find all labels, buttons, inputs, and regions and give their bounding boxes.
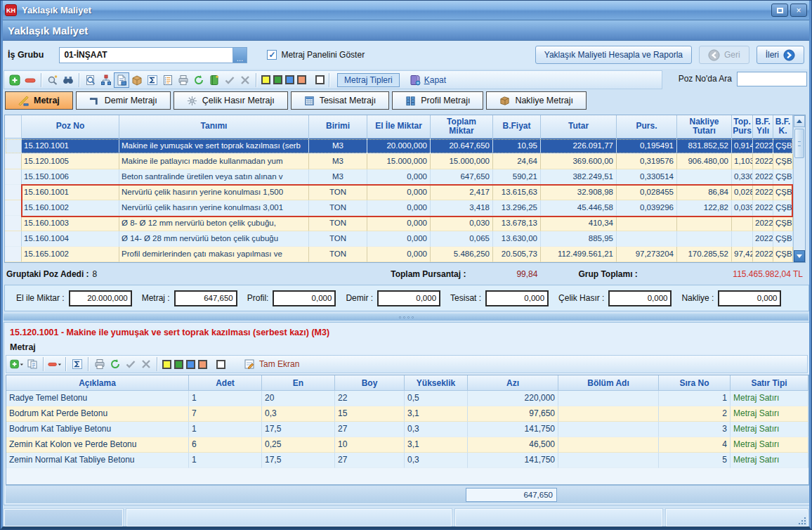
geri-button[interactable]: Geri: [699, 46, 749, 64]
vertical-scrollbar[interactable]: [793, 115, 805, 262]
tab-tesisat[interactable]: Tesisat Metrajı: [291, 91, 390, 110]
column-header[interactable]: Tanımı: [119, 115, 309, 138]
remove-button[interactable]: [47, 356, 63, 372]
add-button[interactable]: [9, 356, 25, 372]
column-header[interactable]: Yükseklik: [405, 375, 468, 391]
row-selector[interactable]: [5, 216, 22, 231]
panel-splitter[interactable]: [4, 314, 808, 321]
scroll-down-button[interactable]: [794, 250, 805, 262]
package-button[interactable]: [129, 72, 145, 88]
kapat-button[interactable]: Kapat: [410, 75, 446, 86]
blue-swatch[interactable]: [186, 360, 195, 369]
maximize-button[interactable]: [771, 4, 788, 17]
tab-demir[interactable]: Demir Metrajı: [76, 91, 171, 110]
is-grubu-combo[interactable]: 01-İNŞAAT …: [59, 47, 247, 63]
white-swatch[interactable]: [315, 75, 325, 84]
tam-ekran-button[interactable]: Tam Ekran: [244, 358, 299, 370]
row-selector[interactable]: [5, 200, 22, 216]
scroll-up-button[interactable]: [794, 115, 805, 127]
column-header[interactable]: B.F. Yılı: [753, 115, 773, 138]
column-header[interactable]: B.Fiyat: [493, 115, 541, 138]
metraj-tipleri-button[interactable]: Metraj Tipleri: [337, 73, 400, 87]
table-row[interactable]: 15.160.1003Ø 8- Ø 12 mm nervürlü beton ç…: [5, 216, 793, 231]
cancel-button[interactable]: [237, 72, 253, 88]
column-header[interactable]: Azı: [468, 375, 558, 391]
column-header[interactable]: Nakliye Tutarı: [677, 115, 732, 138]
scroll-thumb[interactable]: [794, 129, 804, 158]
table-row[interactable]: 15.120.1001Makine ile yumuşak ve sert to…: [5, 138, 793, 154]
document-button[interactable]: [114, 72, 129, 88]
tab-hasir[interactable]: Çelik Hasır Metrajı: [173, 91, 288, 110]
add-button[interactable]: [7, 72, 22, 88]
column-header[interactable]: Boy: [335, 375, 405, 391]
tab-profil[interactable]: Profil Metrajı: [392, 91, 483, 110]
table-row[interactable]: Bodrum Kat Perde Betonu70,3153,197,6502M…: [6, 406, 808, 422]
column-header[interactable]: Sıra No: [659, 375, 731, 391]
poz-search-input[interactable]: [737, 72, 807, 86]
apply-button[interactable]: [222, 72, 237, 88]
column-header[interactable]: Adet: [189, 375, 262, 391]
sum-button[interactable]: [145, 72, 160, 88]
cancel-button[interactable]: [138, 356, 154, 372]
table-row[interactable]: 15.160.1002Nervürlü çelik hasırın yerine…: [5, 200, 793, 216]
notebook-button[interactable]: [207, 72, 222, 88]
column-header[interactable]: Satır Tipi: [731, 375, 808, 391]
column-header[interactable]: Top. Purs: [732, 115, 753, 138]
table-row[interactable]: 15.160.1004Ø 14- Ø 28 mm nervürlü beton …: [5, 231, 793, 247]
column-header[interactable]: Purs.: [617, 115, 677, 138]
table-row[interactable]: Zemin Normal Kat Tabliye Betonu117,5270,…: [6, 453, 808, 468]
yellow-swatch[interactable]: [261, 75, 270, 84]
table-row[interactable]: Zemin Kat Kolon ve Perde Betonu60,25103,…: [6, 437, 808, 453]
apply-button[interactable]: [123, 356, 138, 372]
column-header[interactable]: B.F. K.: [773, 115, 793, 138]
hierarchy-button[interactable]: [98, 72, 114, 88]
row-selector[interactable]: [5, 154, 22, 169]
column-header[interactable]: Poz No: [22, 115, 119, 138]
cell: Zemin Normal Kat Tabliye Betonu: [6, 453, 189, 468]
copy-button[interactable]: [25, 356, 40, 372]
column-header[interactable]: Toplam Miktar: [431, 115, 493, 138]
row-selector[interactable]: [5, 138, 22, 154]
tab-metraj[interactable]: Metraj: [5, 91, 73, 110]
column-header[interactable]: Tutar: [541, 115, 617, 138]
print-button[interactable]: [92, 356, 107, 372]
green-swatch[interactable]: [273, 75, 282, 84]
row-selector[interactable]: [5, 185, 22, 200]
remove-button[interactable]: [22, 72, 38, 88]
green-swatch[interactable]: [174, 360, 183, 369]
ellipsis-icon[interactable]: …: [233, 48, 247, 63]
column-header[interactable]: Bölüm Adı: [558, 375, 659, 391]
ileri-button[interactable]: İleri: [757, 46, 804, 64]
row-selector[interactable]: [5, 169, 22, 185]
refresh-button[interactable]: [191, 72, 207, 88]
blue-swatch[interactable]: [285, 75, 294, 84]
list-button[interactable]: [160, 72, 176, 88]
preview-button[interactable]: [83, 72, 98, 88]
white-swatch[interactable]: [216, 360, 225, 369]
table-row[interactable]: 15.160.1001Nervürlü çelik hasırın yerine…: [5, 185, 793, 200]
refresh-button[interactable]: [107, 356, 123, 372]
search-button[interactable]: [45, 72, 60, 88]
binoculars-button[interactable]: [60, 72, 76, 88]
sum-button[interactable]: [70, 356, 85, 372]
tab-nakliye[interactable]: Nakliye Metrajı: [486, 91, 587, 110]
print-button[interactable]: [176, 72, 191, 88]
metraj-paneli-checkbox[interactable]: ✓: [267, 50, 277, 60]
table-row[interactable]: Radye Temel Betonu120220,5220,0001Metraj…: [6, 391, 808, 406]
hesapla-raporla-button[interactable]: Yaklaşık Maliyeti Hesapla ve Raporla: [535, 46, 692, 64]
table-row[interactable]: Bodrum Kat Tabliye Betonu117,5270,3141,7…: [6, 422, 808, 437]
column-header[interactable]: El İle Miktar: [367, 115, 431, 138]
column-header[interactable]: En: [262, 375, 335, 391]
table-row[interactable]: 15.165.1002Profil demirlerinden çatı mak…: [5, 247, 793, 262]
row-selector[interactable]: [5, 231, 22, 247]
resize-grip[interactable]: [798, 517, 806, 525]
yellow-swatch[interactable]: [162, 360, 171, 369]
orange-swatch[interactable]: [198, 360, 207, 369]
column-header[interactable]: Açıklama: [6, 375, 189, 391]
orange-swatch[interactable]: [297, 75, 306, 84]
row-selector[interactable]: [5, 247, 22, 262]
table-row[interactable]: 15.120.1005Makine ile patlayıcı madde ku…: [5, 154, 793, 169]
table-row[interactable]: 15.150.1006Beton santralinde üretilen ve…: [5, 169, 793, 185]
column-header[interactable]: Birimi: [309, 115, 367, 138]
close-button[interactable]: ×: [790, 4, 807, 17]
